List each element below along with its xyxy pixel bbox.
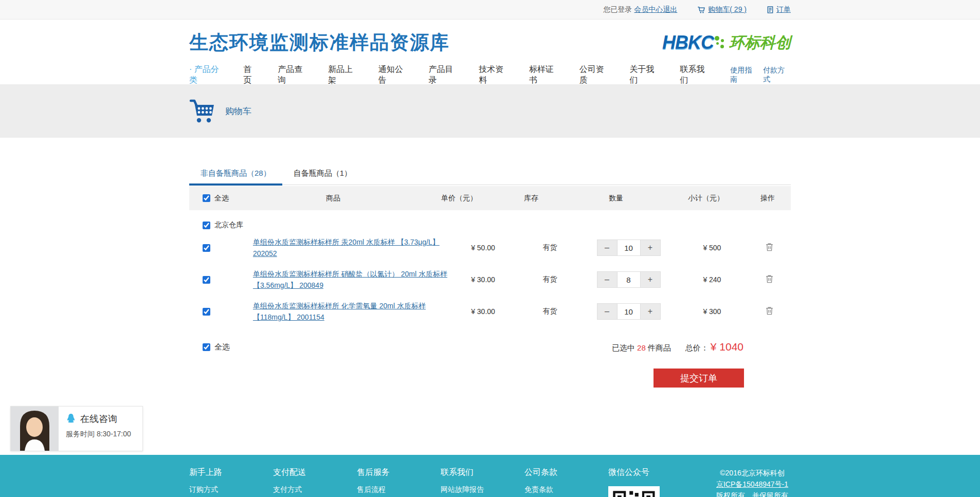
footer-col-wechat: 微信公众号 (608, 467, 714, 497)
warehouse-row: 北京仓库 (189, 210, 791, 232)
footer-col-aftersale: 售后服务 售后流程 退换货原则 (357, 467, 441, 497)
nav-user-guide-link[interactable]: 使用指南 (730, 66, 758, 84)
footer-link[interactable]: 免责条款 (524, 485, 608, 494)
footer-col-contact: 联系我们 网站故障报告 投诉与建议 (441, 467, 524, 497)
warehouse-checkbox[interactable] (203, 222, 210, 229)
submit-order-button[interactable]: 提交订单 (654, 369, 744, 388)
quantity-increase-button[interactable]: + (641, 272, 660, 287)
cart-topbar-link[interactable]: 购物车( 29 ) (697, 5, 747, 14)
quantity-increase-button[interactable]: + (641, 240, 660, 255)
site-title: 生态环境监测标准样品资源库 (189, 30, 450, 56)
select-all-bottom-checkbox[interactable] (203, 343, 210, 351)
tab-self-bottle[interactable]: 自备瓶商品（1） (282, 169, 363, 185)
trash-icon (765, 274, 774, 284)
item-stock-status: 有货 (519, 307, 581, 316)
quantity-decrease-button[interactable]: – (597, 304, 617, 319)
rights-text: 版权所有，并保留所有权利 (714, 490, 791, 497)
page-title-band: 购物车 (0, 84, 980, 138)
footer-col-title: 售后服务 (357, 467, 441, 478)
cart-summary: 已选中 28 件商品 总价： ¥ 1040 (612, 341, 791, 353)
product-link[interactable]: 单组份水质监测标样标样所 化学需氧量 20ml 水质标样 【118mg/L】 2… (253, 300, 447, 323)
agent-photo (11, 407, 59, 451)
nav-item-home[interactable]: 首页 (243, 64, 259, 86)
nav-item-new-products[interactable]: 新品上架 (328, 64, 360, 86)
page-title: 购物车 (225, 105, 251, 117)
item-subtotal: ¥ 300 (676, 307, 748, 316)
footer-col-title: 新手上路 (189, 467, 273, 478)
icp-license-link[interactable]: 京ICP备15048947号-1 (716, 480, 788, 488)
item-subtotal: ¥ 500 (676, 244, 748, 252)
delete-item-button[interactable] (765, 242, 774, 253)
site-footer: 新手上路 订购方式 购物流程 支付配送 支付方式 配送方式 售后服务 售后流程 … (0, 455, 980, 497)
column-stock: 库存 (498, 194, 565, 203)
chat-title[interactable]: 在线咨询 (80, 413, 117, 425)
brand-dots-icon (714, 35, 727, 53)
nav-item-technical-docs[interactable]: 技术资料 (479, 64, 511, 86)
quantity-value[interactable]: 8 (617, 272, 641, 287)
warehouse-label: 北京仓库 (214, 220, 243, 230)
nav-item-contact-us[interactable]: 联系我们 (680, 64, 712, 86)
product-link[interactable]: 单组份水质监测标样标样所 硝酸盐（以氮计） 20ml 水质标样 【3.56mg/… (253, 268, 447, 291)
orders-topbar-label[interactable]: 订单 (776, 5, 791, 14)
footer-col-payment: 支付配送 支付方式 配送方式 (273, 467, 357, 497)
footer-link[interactable]: 订购方式 (189, 485, 273, 494)
item-stock-status: 有货 (519, 275, 581, 284)
quantity-value[interactable]: 10 (617, 240, 641, 255)
footer-col-title: 公司条款 (524, 467, 608, 478)
nav-item-certificates[interactable]: 标样证书 (529, 64, 561, 86)
quantity-stepper: – 8 + (597, 271, 661, 288)
delete-item-button[interactable] (765, 274, 774, 285)
column-unit-price: 单价（元） (421, 194, 498, 203)
footer-link[interactable]: 网站故障报告 (441, 485, 524, 494)
item-checkbox[interactable] (203, 308, 210, 316)
trash-icon (765, 242, 774, 252)
footer-link[interactable]: 支付方式 (273, 485, 357, 494)
quantity-decrease-button[interactable]: – (597, 240, 617, 255)
tab-non-self-bottle[interactable]: 非自备瓶商品（28） (189, 169, 282, 185)
cart-icon (697, 5, 706, 14)
orders-topbar-link[interactable]: 订单 (766, 5, 791, 14)
item-subtotal: ¥ 240 (676, 275, 748, 284)
orders-icon (766, 6, 774, 14)
logout-link[interactable]: 退出 (663, 5, 677, 14)
cart-tabs: 非自备瓶商品（28） 自备瓶商品（1） (189, 169, 791, 185)
nav-item-product-catalog[interactable]: 产品目录 (428, 64, 460, 86)
cart-summary-row: 全选 已选中 28 件商品 总价： ¥ 1040 (189, 341, 791, 353)
cart-item-row: 单组份水质监测标样标样所 化学需氧量 20ml 水质标样 【118mg/L】 2… (189, 296, 791, 327)
item-unit-price: ¥ 50.00 (447, 244, 519, 252)
selected-count: 28 (637, 343, 646, 352)
member-center-link[interactable]: 会员中心 (634, 5, 663, 14)
chat-service-time: 服务时间 8:30-17:00 (66, 430, 131, 439)
cart-item-row: 单组份水质监测标样标样所 汞20ml 水质标样 【3.73μg/L】 20205… (189, 232, 791, 264)
brand-logo: HBKC 环标科创 (662, 32, 791, 53)
quantity-value[interactable]: 10 (617, 304, 641, 319)
nav-item-about-us[interactable]: 关于我们 (630, 64, 662, 86)
item-checkbox[interactable] (203, 244, 210, 252)
nav-item-qualifications[interactable]: 公司资质 (579, 64, 611, 86)
online-chat-widget[interactable]: 在线咨询 服务时间 8:30-17:00 (10, 406, 143, 451)
item-checkbox[interactable] (203, 276, 210, 284)
nav-item-product-search[interactable]: 产品查询 (278, 64, 310, 86)
product-link[interactable]: 单组份水质监测标样标样所 汞20ml 水质标样 【3.73μg/L】 20205… (253, 236, 447, 260)
nav-payment-method-link[interactable]: 付款方式 (763, 66, 791, 84)
selected-suffix: 件商品 (648, 343, 671, 353)
shopping-cart-icon (189, 98, 216, 124)
column-quantity: 数量 (565, 194, 667, 203)
footer-col-title: 支付配送 (273, 467, 357, 478)
total-label: 总价： (685, 343, 709, 353)
main-nav: · 产品分类 首页 产品查询 新品上架 通知公告 产品目录 技术资料 标样证书 … (0, 66, 980, 84)
delete-item-button[interactable] (765, 306, 774, 317)
select-all-checkbox[interactable] (203, 194, 210, 202)
nav-item-announcements[interactable]: 通知公告 (378, 64, 410, 86)
quantity-stepper: – 10 + (597, 303, 661, 320)
qq-icon (66, 413, 76, 425)
footer-col-beginner: 新手上路 订购方式 购物流程 (189, 467, 273, 497)
selected-prefix: 已选中 (612, 343, 635, 353)
brand-abbr: HBKC (662, 32, 714, 53)
nav-product-category[interactable]: · 产品分类 (189, 64, 226, 86)
cart-topbar-label[interactable]: 购物车( 29 ) (708, 5, 747, 14)
quantity-decrease-button[interactable]: – (597, 272, 617, 287)
login-status: 您已登录 (603, 5, 632, 14)
footer-link[interactable]: 售后流程 (357, 485, 441, 494)
quantity-increase-button[interactable]: + (641, 304, 660, 319)
